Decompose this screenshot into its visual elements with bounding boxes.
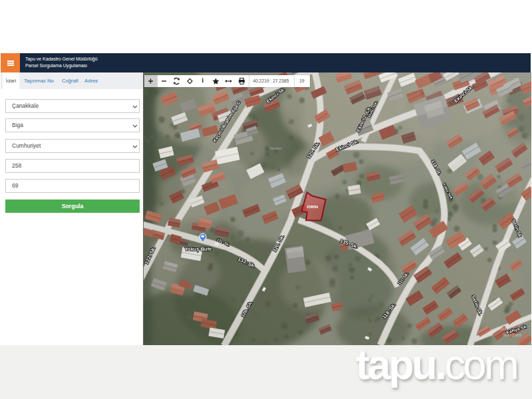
svg-text:Yokuş Büfe: Yokuş Büfe bbox=[185, 246, 212, 252]
svg-text:Yandex: Yandex bbox=[269, 146, 282, 150]
svg-text:Wind: Wind bbox=[497, 327, 508, 331]
svg-text:Windows: Windows bbox=[503, 332, 522, 337]
svg-text:258/69: 258/69 bbox=[307, 205, 319, 209]
